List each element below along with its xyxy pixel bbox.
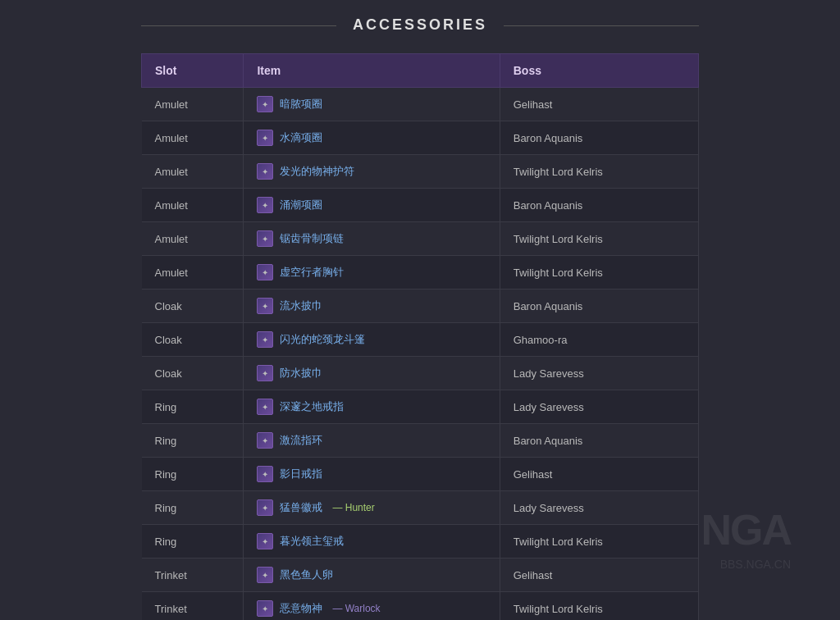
table-row: Amulet✦涌潮项圈Baron Aquanis bbox=[142, 189, 699, 222]
boss-cell: Lady Sarevess bbox=[500, 390, 698, 424]
item-icon: ✦ bbox=[257, 567, 273, 583]
item-cell: ✦流水披巾 bbox=[244, 289, 500, 323]
slot-header: Slot bbox=[142, 54, 244, 88]
item-icon: ✦ bbox=[257, 466, 273, 482]
boss-cell: Lady Sarevess bbox=[500, 491, 698, 525]
boss-cell: Gelihast bbox=[500, 558, 698, 592]
item-link[interactable]: 激流指环 bbox=[280, 433, 322, 448]
slot-cell: Amulet bbox=[142, 88, 244, 121]
item-cell: ✦发光的物神护符 bbox=[244, 155, 500, 189]
item-icon: ✦ bbox=[257, 197, 273, 213]
item-icon: ✦ bbox=[257, 96, 273, 112]
item-link[interactable]: 锯齿骨制项链 bbox=[280, 231, 344, 246]
slot-cell: Ring bbox=[142, 424, 244, 458]
boss-cell: Baron Aquanis bbox=[500, 121, 698, 155]
accessories-table: Slot Item Boss Amulet✦暗脓项圈GelihastAmulet… bbox=[141, 53, 699, 620]
boss-cell: Ghamoo-ra bbox=[500, 323, 698, 357]
boss-cell: Twilight Lord Kelris bbox=[500, 256, 698, 289]
item-link[interactable]: 防水披巾 bbox=[280, 366, 322, 381]
item-cell: ✦恶意物神— Warlock bbox=[244, 592, 500, 621]
item-link[interactable]: 黑色鱼人卵 bbox=[280, 568, 333, 582]
boss-cell: Lady Sarevess bbox=[500, 357, 698, 390]
table-row: Amulet✦水滴项圈Baron Aquanis bbox=[142, 121, 699, 155]
table-row: Ring✦影日戒指Gelihast bbox=[142, 458, 699, 491]
table-row: Ring✦深邃之地戒指Lady Sarevess bbox=[142, 390, 699, 424]
table-row: Amulet✦锯齿骨制项链Twilight Lord Kelris bbox=[142, 222, 699, 256]
slot-cell: Amulet bbox=[142, 155, 244, 189]
item-cell: ✦暗脓项圈 bbox=[244, 88, 500, 121]
item-link[interactable]: 恶意物神 bbox=[280, 601, 322, 616]
item-icon: ✦ bbox=[257, 365, 273, 381]
item-icon: ✦ bbox=[257, 230, 273, 247]
item-cell: ✦激流指环 bbox=[244, 424, 500, 458]
item-icon: ✦ bbox=[257, 432, 273, 449]
table-row: Trinket✦恶意物神— WarlockTwilight Lord Kelri… bbox=[142, 592, 699, 621]
item-cell: ✦虚空行者胸针 bbox=[244, 256, 500, 289]
item-cell: ✦影日戒指 bbox=[244, 458, 500, 491]
boss-cell: Twilight Lord Kelris bbox=[500, 525, 698, 558]
slot-cell: Amulet bbox=[142, 189, 244, 222]
slot-cell: Trinket bbox=[142, 558, 244, 592]
item-link[interactable]: 虚空行者胸针 bbox=[280, 265, 344, 280]
slot-cell: Ring bbox=[142, 525, 244, 558]
slot-cell: Cloak bbox=[142, 289, 244, 323]
slot-cell: Cloak bbox=[142, 323, 244, 357]
item-cell: ✦涌潮项圈 bbox=[244, 189, 500, 222]
slot-cell: Ring bbox=[142, 390, 244, 424]
boss-cell: Twilight Lord Kelris bbox=[500, 222, 698, 256]
table-row: Ring✦暮光领主玺戒Twilight Lord Kelris bbox=[142, 525, 699, 558]
item-icon: ✦ bbox=[257, 298, 273, 314]
watermark: NGA bbox=[701, 505, 791, 554]
item-link[interactable]: 水滴项圈 bbox=[280, 130, 322, 145]
item-cell: ✦黑色鱼人卵 bbox=[244, 558, 500, 592]
table-row: Cloak✦流水披巾Baron Aquanis bbox=[142, 289, 699, 323]
boss-cell: Baron Aquanis bbox=[500, 189, 698, 222]
boss-cell: Gelihast bbox=[500, 88, 698, 121]
item-cell: ✦猛兽徽戒— Hunter bbox=[244, 491, 500, 525]
boss-cell: Baron Aquanis bbox=[500, 424, 698, 458]
boss-cell: Twilight Lord Kelris bbox=[500, 592, 698, 621]
boss-cell: Baron Aquanis bbox=[500, 289, 698, 323]
table-row: Cloak✦防水披巾Lady Sarevess bbox=[142, 357, 699, 390]
item-cell: ✦锯齿骨制项链 bbox=[244, 222, 500, 256]
item-icon: ✦ bbox=[257, 399, 273, 415]
page-title: ACCESSORIES bbox=[141, 16, 699, 34]
item-link[interactable]: 闪光的蛇颈龙斗篷 bbox=[280, 332, 365, 347]
table-row: Amulet✦暗脓项圈Gelihast bbox=[142, 88, 699, 121]
slot-cell: Trinket bbox=[142, 592, 244, 621]
item-cell: ✦水滴项圈 bbox=[244, 121, 500, 155]
item-link[interactable]: 影日戒指 bbox=[280, 467, 322, 481]
class-tag: — Warlock bbox=[332, 603, 380, 614]
item-icon: ✦ bbox=[257, 533, 273, 549]
item-link[interactable]: 流水披巾 bbox=[280, 299, 322, 313]
boss-cell: Gelihast bbox=[500, 458, 698, 491]
table-row: Amulet✦虚空行者胸针Twilight Lord Kelris bbox=[142, 256, 699, 289]
item-icon: ✦ bbox=[257, 600, 273, 617]
slot-cell: Amulet bbox=[142, 222, 244, 256]
item-header: Item bbox=[244, 54, 500, 88]
item-link[interactable]: 猛兽徽戒 bbox=[280, 500, 322, 515]
class-tag: — Hunter bbox=[332, 502, 374, 513]
slot-cell: Amulet bbox=[142, 121, 244, 155]
item-link[interactable]: 涌潮项圈 bbox=[280, 198, 322, 212]
slot-cell: Ring bbox=[142, 458, 244, 491]
boss-header: Boss bbox=[500, 54, 698, 88]
boss-cell: Twilight Lord Kelris bbox=[500, 155, 698, 189]
item-link[interactable]: 深邃之地戒指 bbox=[280, 399, 344, 414]
table-row: Amulet✦发光的物神护符Twilight Lord Kelris bbox=[142, 155, 699, 189]
table-row: Ring✦猛兽徽戒— HunterLady Sarevess bbox=[142, 491, 699, 525]
slot-cell: Amulet bbox=[142, 256, 244, 289]
item-cell: ✦闪光的蛇颈龙斗篷 bbox=[244, 323, 500, 357]
item-cell: ✦防水披巾 bbox=[244, 357, 500, 390]
item-icon: ✦ bbox=[257, 130, 273, 146]
item-cell: ✦暮光领主玺戒 bbox=[244, 525, 500, 558]
table-header-row: Slot Item Boss bbox=[142, 54, 699, 88]
table-row: Trinket✦黑色鱼人卵Gelihast bbox=[142, 558, 699, 592]
item-link[interactable]: 暗脓项圈 bbox=[280, 97, 322, 112]
item-icon: ✦ bbox=[257, 331, 273, 348]
item-link[interactable]: 发光的物神护符 bbox=[280, 164, 354, 179]
item-icon: ✦ bbox=[257, 499, 273, 516]
item-cell: ✦深邃之地戒指 bbox=[244, 390, 500, 424]
item-link[interactable]: 暮光领主玺戒 bbox=[280, 534, 344, 549]
item-icon: ✦ bbox=[257, 163, 273, 180]
